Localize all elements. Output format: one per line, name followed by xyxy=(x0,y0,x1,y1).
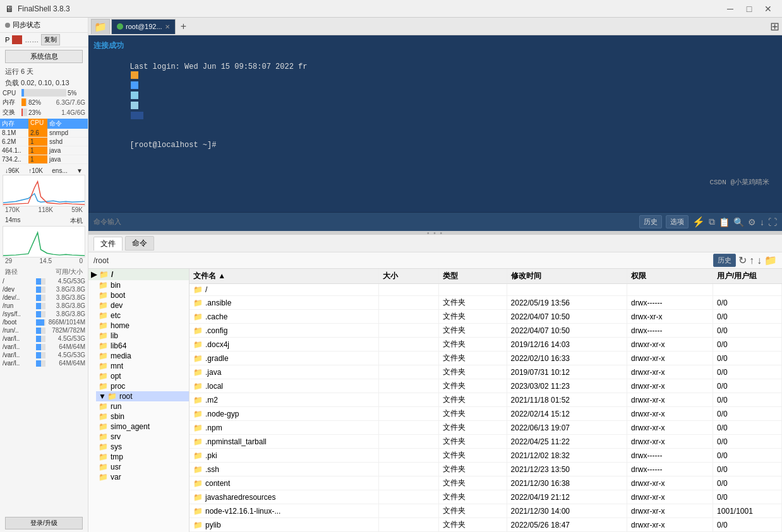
table-row[interactable]: 📁.npminstall_tarball 文件夹 2022/04/25 11:2… xyxy=(189,435,782,449)
history-button[interactable]: 历史 xyxy=(639,215,662,228)
disk-val-0: 4.5G/53G xyxy=(47,278,85,285)
file-size xyxy=(378,310,438,324)
table-row[interactable]: 📁.java 文件夹 2019/07/31 10:12 drwxr-xr-x 0… xyxy=(189,365,782,379)
table-row[interactable]: 📁.cache 文件夹 2022/04/07 10:50 drwx-xr-x 0… xyxy=(189,310,782,324)
download-icon[interactable]: ↓ xyxy=(760,217,764,227)
tree-item-home[interactable]: 📁home xyxy=(96,321,189,331)
new-folder-icon[interactable]: 📁 xyxy=(764,254,777,266)
col-header-size[interactable]: 大小 xyxy=(378,269,438,284)
tab-commands[interactable]: 命令 xyxy=(125,236,154,251)
table-row[interactable]: 📁.gradle 文件夹 2022/02/10 16:33 drwxr-xr-x… xyxy=(189,352,782,365)
col-header-name[interactable]: 文件名 ▲ xyxy=(189,269,378,284)
file-name: 📁.node-gyp xyxy=(189,407,378,421)
table-row[interactable]: 📁.local 文件夹 2023/03/02 11:23 drwxr-xr-x … xyxy=(189,379,782,393)
table-row[interactable]: 📁.ssh 文件夹 2021/12/23 13:50 drwx------ 0/… xyxy=(189,463,782,476)
table-row[interactable]: 📁.npm 文件夹 2022/06/13 19:07 drwxr-xr-x 0/… xyxy=(189,421,782,435)
col-header-type[interactable]: 类型 xyxy=(439,269,507,284)
minimize-button[interactable]: ─ xyxy=(721,3,739,15)
tab-item-0[interactable]: root@192... ✕ xyxy=(111,19,176,34)
tree-item-mnt[interactable]: 📁mnt xyxy=(96,361,189,371)
file-owner: 0/0 xyxy=(713,490,782,504)
tree-item-etc[interactable]: 📁etc xyxy=(96,310,189,321)
tree-item-usr[interactable]: 📁usr xyxy=(96,462,189,472)
file-size xyxy=(378,449,438,463)
tree-panel: ▶ 📁 / 📁bin 📁boot 📁dev xyxy=(88,269,189,532)
table-row[interactable]: 📁node-v12.16.1-linux-... 文件夹 2021/12/30 … xyxy=(189,504,782,518)
search-icon[interactable]: 🔍 xyxy=(733,217,744,227)
file-type: 文件夹 xyxy=(439,296,507,310)
table-row[interactable]: 📁.pki 文件夹 2021/12/02 18:32 drwx------ 0/… xyxy=(189,449,782,463)
tree-item-run[interactable]: 📁run xyxy=(96,401,189,411)
sys-info-button[interactable]: 系统信息 xyxy=(5,50,83,63)
file-type: 文件夹 xyxy=(439,490,507,504)
close-button[interactable]: ✕ xyxy=(759,3,777,15)
table-row[interactable]: 📁.docx4j 文件夹 2019/12/16 14:03 drwxr-xr-x… xyxy=(189,338,782,352)
main-container: 同步状态 P …… 复制 系统信息 运行 6 天 负载 0.02, 0.10, … xyxy=(0,18,782,532)
table-row[interactable]: 📁javasharedresources 文件夹 2022/04/19 21:1… xyxy=(189,490,782,504)
table-row[interactable]: 📁.ansible 文件夹 2022/05/19 13:56 drwx-----… xyxy=(189,296,782,310)
maximize-button[interactable]: □ xyxy=(740,3,758,15)
tree-item-boot[interactable]: 📁boot xyxy=(96,290,189,300)
options-button[interactable]: 选项 xyxy=(666,215,689,228)
net-expand[interactable]: ▼ xyxy=(76,167,83,174)
tree-item-tmp[interactable]: 📁tmp xyxy=(96,452,189,462)
proc-mem-3: 734.2.. xyxy=(0,155,28,163)
tree-item-lib[interactable]: 📁lib xyxy=(96,331,189,341)
cmd-input-area[interactable]: 命令输入 xyxy=(93,217,634,227)
tab-bar: 📁 root@192... ✕ + ⊞ xyxy=(88,18,782,35)
col-header-perm[interactable]: 权限 xyxy=(627,269,713,284)
disk-path-6: /run/.. xyxy=(3,327,34,334)
tree-item-dev[interactable]: 📁dev xyxy=(96,300,189,310)
tree-item-bin[interactable]: 📁bin xyxy=(96,280,189,290)
fullscreen-icon[interactable]: ⛶ xyxy=(768,217,777,227)
tab-files[interactable]: 文件 xyxy=(93,237,123,251)
tree-folder-icon: 📁 xyxy=(99,270,109,279)
tree-item-sys[interactable]: 📁sys xyxy=(96,442,189,452)
network-section: ↓96K ↑10K ens... ▼ 170K 118K 59K xyxy=(0,165,88,215)
disk-val-5: 866M/1014M xyxy=(47,319,85,326)
file-history-button[interactable]: 历史 xyxy=(713,254,736,267)
tree-root[interactable]: ▶ 📁 / xyxy=(88,269,189,280)
table-row[interactable]: 📁.m2 文件夹 2021/11/18 01:52 drwxr-xr-x 0/0 xyxy=(189,393,782,407)
tree-item-opt[interactable]: 📁opt xyxy=(96,371,189,381)
disk-bar-8 xyxy=(36,344,45,350)
disk-bar-0 xyxy=(36,278,45,285)
file-type: 文件夹 xyxy=(439,310,507,324)
tree-item-sbin[interactable]: 📁sbin xyxy=(96,411,189,422)
copy-button[interactable]: 复制 xyxy=(41,34,60,45)
download-file-icon[interactable]: ↓ xyxy=(757,255,762,266)
tree-item-simo[interactable]: 📁simo_agent xyxy=(96,422,189,432)
last-login-text: Last login: Wed Jun 15 09:58:07 2022 fr xyxy=(130,62,308,71)
table-row[interactable]: 📁.config 文件夹 2022/04/07 10:50 drwx------… xyxy=(189,324,782,338)
upload-icon[interactable]: ↑ xyxy=(749,255,754,266)
table-row[interactable]: 📁/ xyxy=(189,284,782,296)
grid-view-icon[interactable]: ⊞ xyxy=(770,20,779,33)
table-row[interactable]: 📁pylib 文件夹 2022/05/26 18:47 drwxr-xr-x 0… xyxy=(189,518,782,532)
proc-cpu-2: 1 xyxy=(28,146,47,155)
tree-item-lib64[interactable]: 📁lib64 xyxy=(96,341,189,351)
tree-item-root[interactable]: ▼ 📁root xyxy=(96,391,189,401)
file-type: 文件夹 xyxy=(439,379,507,393)
settings-icon[interactable]: ⚙ xyxy=(748,217,756,227)
file-type: 文件夹 xyxy=(439,365,507,379)
file-type: 文件夹 xyxy=(439,435,507,449)
paste-icon[interactable]: 📋 xyxy=(719,217,730,227)
col-header-owner[interactable]: 用户/用户组 xyxy=(713,269,782,284)
copy-icon[interactable]: ⧉ xyxy=(709,216,715,227)
refresh-icon[interactable]: ↻ xyxy=(738,254,747,266)
tree-folder-icon-sys: 📁 xyxy=(99,442,108,451)
tree-item-proc[interactable]: 📁proc xyxy=(96,381,189,391)
login-button[interactable]: 登录/升级 xyxy=(5,517,83,529)
table-row[interactable]: 📁.node-gyp 文件夹 2022/02/14 15:12 drwxr-xr… xyxy=(189,407,782,421)
file-perm: drwxr-xr-x xyxy=(627,393,713,407)
lat-val-1: 29 xyxy=(5,257,12,264)
network-chart-svg xyxy=(3,175,85,206)
table-row[interactable]: 📁content 文件夹 2021/12/30 16:38 drwxr-xr-x… xyxy=(189,476,782,490)
tree-item-var[interactable]: 📁var xyxy=(96,472,189,482)
tree-item-media[interactable]: 📁media xyxy=(96,351,189,361)
tree-item-srv[interactable]: 📁srv xyxy=(96,432,189,442)
col-header-date[interactable]: 修改时间 xyxy=(507,269,627,284)
tab-add-button[interactable]: + xyxy=(177,20,190,33)
latency-val-labels: 29 14.5 0 xyxy=(3,257,85,264)
tab-close-0[interactable]: ✕ xyxy=(165,23,170,30)
